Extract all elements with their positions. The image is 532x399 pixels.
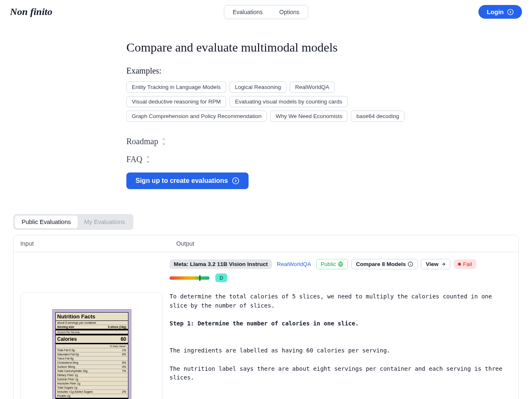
nf-row: Sodium 90mg4%: [55, 365, 128, 369]
column-header-input: Input: [14, 235, 170, 252]
roadmap-toggle[interactable]: Roadmap ⌃⌄: [126, 137, 406, 146]
page-title: Compare and evaluate multimodal models: [126, 40, 406, 54]
faq-toggle[interactable]: FAQ ⌃⌄: [126, 155, 406, 164]
status-label: Fail: [463, 261, 472, 267]
grade-marker: [200, 275, 200, 281]
output-line1: The ingredients are labelled as having 6…: [170, 347, 390, 354]
model-badge[interactable]: Meta: Llama 3.2 11B Vision Instruct: [170, 259, 272, 269]
nf-row: Dietary Fiber 1g: [55, 373, 128, 377]
grade-letter: D: [215, 273, 227, 282]
example-chip[interactable]: Why We Need Economists: [270, 111, 347, 122]
nf-serving-size-value: 3 slices (18g): [108, 325, 126, 328]
nav-options[interactable]: Options: [271, 5, 308, 19]
login-label: Login: [487, 8, 504, 15]
signup-button[interactable]: Sign up to create evaluations: [126, 172, 249, 189]
nf-title: Nutrition Facts: [55, 312, 128, 321]
nf-row: Total Carbohydrate 10g7%: [55, 369, 128, 373]
nutrition-facts-image: Nutrition Facts about 8 servings per con…: [52, 309, 131, 399]
chevron-updown-icon: ⌃⌄: [162, 139, 166, 144]
nf-servings: about 8 servings per container: [55, 321, 128, 325]
svg-point-0: [507, 9, 513, 15]
output-intro: To determine the total calories of 5 sli…: [170, 293, 495, 309]
nf-row: Saturated Fat 0g0%: [55, 352, 128, 356]
view-label: View: [426, 261, 438, 267]
examples-label: Examples:: [126, 66, 406, 76]
output-step1-title: Step 1: Determine the number of calories…: [170, 320, 359, 327]
public-label: Public: [321, 261, 336, 267]
input-image-frame: Nutrition Facts about 8 servings per con…: [20, 292, 163, 399]
dataset-link[interactable]: RealWorldQA: [275, 259, 313, 269]
nf-row: Protein 2g: [55, 394, 128, 398]
output-text: To determine the total calories of 5 sli…: [170, 292, 510, 399]
example-chip[interactable]: base64 decoding: [351, 111, 404, 122]
input-panel: Nutrition Facts about 8 servings per con…: [14, 252, 170, 399]
nf-row: Insoluble Fiber 1g: [55, 381, 128, 385]
nf-row: Includes <1g Added Sugars2%: [55, 389, 128, 394]
example-chip[interactable]: RealWorldQA: [290, 81, 335, 93]
compare-button[interactable]: Compare 8 Models: [351, 259, 418, 269]
nf-calories-label: Calories: [57, 336, 77, 342]
view-button[interactable]: View: [421, 259, 451, 269]
globe-icon: [338, 261, 343, 267]
example-chip[interactable]: Graph Comprehension and Policy Recommend…: [126, 111, 267, 122]
status-badge: Fail: [454, 259, 476, 269]
compare-label: Compare 8 Models: [356, 261, 406, 267]
evaluation-card: Input Output Nutrition Facts about 8 ser…: [13, 235, 519, 399]
signup-label: Sign up to create evaluations: [135, 177, 228, 185]
public-badge: Public: [316, 259, 348, 269]
example-chip[interactable]: Evaluating visual models by counting car…: [229, 96, 347, 107]
arrow-right-circle-icon: [232, 177, 239, 185]
example-chip[interactable]: Entity Tracking in Language Models: [126, 81, 226, 93]
nf-dv-label: % Daily Value*: [110, 345, 126, 347]
nf-row: Total Sugars 1g: [55, 385, 128, 389]
info-icon: [408, 261, 413, 267]
chevron-updown-icon: ⌃⌄: [146, 157, 150, 162]
nav-evaluations[interactable]: Evaluations: [224, 5, 271, 19]
examples-list: Entity Tracking in Language Models Logic…: [126, 81, 406, 122]
nf-row: Cholesterol 0mg0%: [55, 360, 128, 365]
login-button[interactable]: Login: [478, 5, 522, 19]
tab-my-evaluations[interactable]: My Evaluations: [78, 216, 132, 228]
nf-amount-label: Amount Per Serving: [55, 329, 128, 334]
output-panel: Meta: Llama 3.2 11B Vision Instruct Real…: [170, 252, 518, 399]
faq-label: FAQ: [126, 155, 143, 164]
roadmap-label: Roadmap: [126, 137, 158, 146]
nf-calories-value: 60: [121, 336, 126, 342]
nf-row: Trans Fat 0g: [55, 356, 128, 360]
brand-logo[interactable]: Non finito: [10, 6, 52, 17]
top-nav: Evaluations Options: [224, 5, 308, 19]
nf-serving-size-label: Serving size: [57, 325, 74, 328]
svg-point-1: [233, 178, 239, 184]
nf-row: Total Fat 0.5g1%: [55, 348, 128, 352]
example-chip[interactable]: Logical Reasoning: [229, 81, 286, 93]
grade-gradient-bar: [170, 276, 209, 280]
arrow-right-icon: [441, 261, 446, 267]
output-line2: The nutrition label says there are about…: [170, 365, 506, 381]
tab-public-evaluations[interactable]: Public Evaluations: [15, 216, 78, 228]
arrow-right-circle-icon: [507, 9, 514, 15]
status-dot-icon: [458, 263, 461, 266]
example-chip[interactable]: Visual deductive reasoning for RPM: [126, 96, 226, 107]
eval-tabs: Public Evaluations My Evaluations: [13, 214, 133, 230]
column-header-output: Output: [170, 235, 518, 252]
nf-row: Soluble Fiber 1g: [55, 377, 128, 381]
